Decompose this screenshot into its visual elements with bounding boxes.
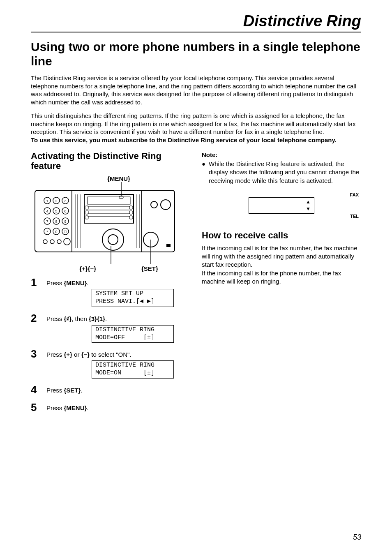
- svg-rect-45: [129, 216, 133, 219]
- svg-text:*: *: [46, 230, 48, 234]
- step-2: 2 Press {♯}, then {3}{1}. DISTINCTIVE RI…: [31, 313, 190, 343]
- arrow-up-icon: ▲: [306, 199, 311, 204]
- key: {3}{1}: [89, 315, 105, 322]
- receive-heading: How to receive calls: [202, 230, 361, 241]
- svg-rect-40: [85, 206, 88, 209]
- intro-para-2-text: This unit distinguishes the different ri…: [31, 112, 355, 135]
- t: .: [81, 387, 82, 394]
- step-list: 1 Press {MENU}. SYSTEM SET UPPRESS NAVI.…: [31, 277, 190, 414]
- key: {MENU}: [64, 404, 87, 411]
- svg-text:8: 8: [55, 219, 57, 224]
- t: Press: [46, 315, 64, 322]
- intro-para-2: This unit distinguishes the different ri…: [31, 112, 361, 144]
- t: .: [87, 279, 88, 286]
- menu-label: {MENU}: [107, 175, 130, 182]
- step-num: 3: [31, 349, 40, 359]
- page-number: 53: [353, 533, 361, 542]
- key: {♯}: [64, 315, 72, 322]
- left-column: Activating the Distinctive Ring feature …: [31, 151, 190, 420]
- svg-rect-44: [129, 211, 133, 214]
- svg-rect-42: [85, 216, 88, 219]
- step-5: 5 Press {MENU}.: [31, 402, 190, 414]
- lcd-display: DISTINCTIVE RINGMODE=ON [±]: [92, 360, 174, 379]
- step-text: Press {SET}.: [46, 387, 190, 394]
- step-num: 1: [31, 277, 40, 288]
- note-heading: Note:: [202, 151, 361, 158]
- svg-rect-43: [129, 206, 133, 209]
- activating-heading: Activating the Distinctive Ring feature: [31, 151, 190, 171]
- svg-point-17: [64, 238, 70, 245]
- step-text: Press {MENU}.: [46, 404, 190, 411]
- page-header: Distinctive Ring: [31, 12, 361, 30]
- key: {−}: [81, 351, 90, 358]
- step-num: 5: [31, 402, 40, 413]
- step-text: Press {♯}, then {3}{1}.: [46, 315, 190, 323]
- step-1: 1 Press {MENU}. SYSTEM SET UPPRESS NAVI.…: [31, 277, 190, 307]
- step-num: 2: [31, 313, 40, 323]
- svg-text:4: 4: [46, 209, 48, 213]
- svg-rect-35: [88, 197, 130, 204]
- bullet-icon: ●: [202, 160, 205, 185]
- lcd-display: SYSTEM SET UPPRESS NAVI.[◀ ▶]: [92, 289, 174, 307]
- svg-text:□: □: [64, 230, 67, 234]
- t: to select "ON".: [90, 351, 131, 358]
- note-body: ● While the Distinctive Ring feature is …: [202, 160, 361, 185]
- svg-text:6: 6: [64, 209, 66, 213]
- step-num: 4: [31, 384, 40, 395]
- svg-point-50: [161, 200, 171, 210]
- t: Press: [46, 404, 64, 411]
- intro-para-1: The Distinctive Ring service is a servic…: [31, 74, 361, 106]
- right-column: Note: ● While the Distinctive Ring featu…: [202, 151, 361, 420]
- svg-text:9: 9: [64, 219, 66, 224]
- key: {SET}: [64, 387, 81, 394]
- svg-text:5: 5: [55, 209, 57, 213]
- svg-text:0: 0: [55, 230, 57, 234]
- lcd-display: DISTINCTIVE RINGMODE=OFF [±]: [92, 325, 174, 343]
- receive-text: If the incoming call is for the fax numb…: [202, 244, 361, 286]
- t: , then: [71, 315, 89, 322]
- svg-point-15: [50, 240, 54, 244]
- main-heading: Using two or more phone numbers in a sin…: [31, 40, 361, 68]
- svg-point-14: [43, 240, 47, 244]
- step-3: 3 Press {+} or {−} to select "ON". DISTI…: [31, 349, 190, 379]
- svg-point-49: [151, 201, 157, 208]
- divider: [31, 32, 361, 32]
- step-text: Press {MENU}.: [46, 279, 190, 286]
- mode-box: ▲ ▼: [249, 197, 314, 214]
- svg-text:3: 3: [64, 199, 66, 203]
- fax-machine-diagram: 123 456 789 *0□: [31, 182, 179, 264]
- svg-text:7: 7: [46, 219, 48, 224]
- svg-point-52: [108, 235, 118, 245]
- note-text: While the Distinctive Ring feature is ac…: [209, 160, 361, 185]
- t: or: [72, 351, 81, 358]
- t: .: [87, 404, 88, 411]
- intro-para-2-bold: To use this service, you must subscribe …: [31, 136, 337, 143]
- t: .: [105, 315, 107, 322]
- plus-minus-label: {+}{−}: [79, 265, 96, 272]
- step-4: 4 Press {SET}.: [31, 384, 190, 396]
- key: {+}: [64, 351, 72, 358]
- svg-rect-57: [119, 196, 123, 199]
- svg-rect-41: [85, 211, 88, 214]
- svg-rect-56: [166, 244, 171, 247]
- arrow-down-icon: ▼: [306, 206, 311, 211]
- device-diagram: {MENU} 123 456 789 *0□: [31, 175, 190, 272]
- step-text: Press {+} or {−} to select "ON".: [46, 351, 190, 358]
- mode-indicator: FAX ▲ ▼ TEL: [202, 192, 361, 219]
- svg-point-16: [57, 240, 61, 244]
- key: {MENU}: [64, 279, 87, 286]
- svg-text:2: 2: [55, 199, 57, 203]
- svg-text:1: 1: [46, 199, 48, 203]
- t: Press: [46, 279, 64, 286]
- set-label: {SET}: [141, 265, 158, 272]
- tel-label: TEL: [350, 214, 359, 219]
- fax-label: FAX: [350, 192, 359, 197]
- svg-rect-34: [84, 194, 134, 223]
- svg-point-51: [102, 229, 124, 250]
- t: Press: [46, 351, 64, 358]
- t: Press: [46, 387, 64, 394]
